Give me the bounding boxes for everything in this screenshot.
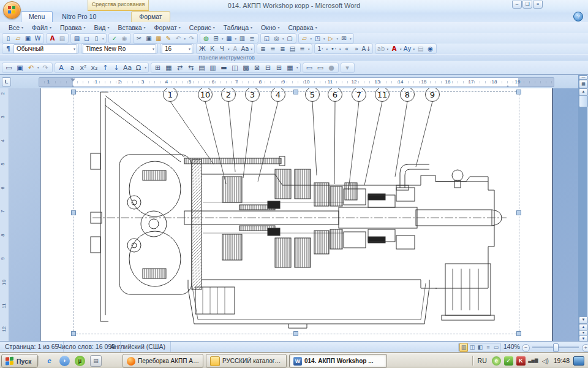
- left-indent-marker[interactable]: [70, 83, 75, 87]
- paste-icon[interactable]: ▦: [154, 34, 164, 42]
- zoom-window-icon[interactable]: ◱: [262, 34, 271, 42]
- canvas-handle-mid-right[interactable]: [516, 210, 521, 215]
- merge-right-icon[interactable]: ⇆: [186, 63, 196, 73]
- clock[interactable]: 19:48: [554, 357, 570, 364]
- screen-layout-2-icon[interactable]: ▭: [315, 63, 326, 73]
- merge-left-icon[interactable]: ⇄: [175, 63, 185, 73]
- canvas-handle-top-left[interactable]: [71, 90, 76, 94]
- close-button[interactable]: ×: [533, 1, 543, 9]
- help-icon[interactable]: ◉: [426, 45, 435, 53]
- move-down-icon[interactable]: ↓: [111, 63, 122, 73]
- align-center-icon[interactable]: ≡: [268, 45, 277, 53]
- align-gallery-icon[interactable]: ≣: [247, 34, 257, 42]
- format-painter-icon[interactable]: ✎: [164, 34, 173, 42]
- canvas-handle-top-right[interactable]: [516, 90, 521, 94]
- table-icon[interactable]: ▦: [225, 34, 234, 42]
- menu-Окно[interactable]: Окно▾: [256, 23, 283, 33]
- utorrent-icon[interactable]: µ: [75, 356, 85, 366]
- kaspersky-tray-icon[interactable]: K: [516, 356, 526, 366]
- distribute-rows-icon[interactable]: ⊟: [263, 63, 273, 73]
- redo-drawing-icon[interactable]: ↷: [40, 63, 51, 73]
- emule-tray-icon[interactable]: e: [492, 356, 501, 366]
- print-pdf-icon[interactable]: ▤: [58, 34, 67, 42]
- spelling-icon[interactable]: ✓: [110, 34, 119, 42]
- antivirus-shield-tray-icon[interactable]: ✓: [504, 356, 513, 366]
- insert-rows-icon[interactable]: ▤: [197, 63, 207, 73]
- cut-icon[interactable]: ✂: [135, 34, 144, 42]
- styles-formatting-icon[interactable]: Ау: [403, 45, 412, 53]
- bold-icon[interactable]: Ж: [198, 45, 207, 53]
- menu-Формат[interactable]: Формат▾: [149, 23, 184, 33]
- taskbar-button-word[interactable]: W014. АКПП Workshop ...: [289, 354, 387, 368]
- italic-icon[interactable]: К: [208, 45, 217, 53]
- shading-icon[interactable]: ●: [326, 63, 337, 73]
- horizontal-ruler[interactable]: 112345678910111213141516171819: [39, 77, 554, 87]
- mail-icon[interactable]: ✉: [339, 34, 349, 42]
- numbered-list-icon[interactable]: 1·: [316, 45, 325, 53]
- split-cells-icon[interactable]: ◫: [230, 63, 240, 73]
- underline-icon[interactable]: Ч: [217, 45, 227, 53]
- redo-icon[interactable]: ↷: [187, 34, 196, 42]
- print-layout-view-button[interactable]: ▥: [459, 343, 468, 352]
- tab-menu[interactable]: Menu: [21, 11, 53, 22]
- grow-font-icon[interactable]: A: [56, 63, 67, 73]
- line-spacing-icon[interactable]: ≡: [298, 45, 307, 53]
- font-combobox[interactable]: Times New Ro▾: [83, 44, 156, 54]
- internet-explorer-icon[interactable]: e: [44, 356, 55, 366]
- insert-symbol-icon[interactable]: Ω: [134, 63, 144, 73]
- align-right-icon[interactable]: ≣: [278, 45, 287, 53]
- print-preview-icon[interactable]: ◻: [82, 34, 91, 42]
- vertical-ruler[interactable]: 23456789101112: [0, 88, 9, 341]
- pdf-export-icon[interactable]: A: [48, 34, 57, 42]
- tab-selector[interactable]: L: [2, 77, 11, 86]
- open-icon[interactable]: ▱: [13, 34, 23, 42]
- drawing-canvas-icon[interactable]: ▭: [4, 63, 14, 73]
- style-combobox[interactable]: Обычный▾: [13, 44, 77, 54]
- draw-table-icon[interactable]: ▦: [164, 63, 174, 73]
- scroll-down-icon[interactable]: ▼: [579, 316, 588, 324]
- insert-table-icon[interactable]: ⊞: [211, 34, 221, 42]
- screen-layout-1-icon[interactable]: ▭: [304, 63, 315, 73]
- canvas-handle-mid-left[interactable]: [71, 210, 76, 215]
- decrease-indent-icon[interactable]: «: [342, 45, 352, 53]
- language-bar[interactable]: RU: [477, 357, 488, 364]
- align-left-icon[interactable]: ≣: [258, 45, 268, 53]
- cell-align-icon[interactable]: ▩: [241, 63, 251, 73]
- copy-icon[interactable]: ▣: [145, 34, 154, 42]
- export-icon[interactable]: ◳: [313, 34, 322, 42]
- subscript-icon[interactable]: x₂: [89, 63, 100, 73]
- font-color-icon[interactable]: А: [390, 45, 399, 53]
- menu-Правка[interactable]: Правка▾: [55, 23, 89, 33]
- zoom-level[interactable]: 140%: [503, 342, 520, 352]
- distribute-columns-icon[interactable]: ⊞: [274, 63, 284, 73]
- undo-drawing-icon[interactable]: ↶: [26, 63, 36, 73]
- document-page[interactable]: 1102345671189: [40, 88, 552, 341]
- undo-icon[interactable]: ↶: [174, 34, 183, 42]
- bullet-list-icon[interactable]: •·: [329, 45, 338, 53]
- menu-Таблица[interactable]: Таблица▾: [219, 23, 256, 33]
- send-icon[interactable]: ▷: [326, 34, 336, 42]
- outline-view-button[interactable]: ≡: [484, 343, 492, 351]
- folder-options-icon[interactable]: ▱: [300, 34, 309, 42]
- signal-tray-icon[interactable]: ▃▅▇: [529, 356, 538, 366]
- drawing-canvas-border[interactable]: [73, 91, 519, 334]
- language-indicator[interactable]: Английский (США): [105, 342, 171, 352]
- move-up-icon[interactable]: ↑: [100, 63, 111, 73]
- highlight-icon[interactable]: ab: [377, 45, 386, 53]
- display-settings-icon[interactable]: [573, 356, 584, 366]
- taskbar-button-folder[interactable]: РУССКИЙ каталог и ма...: [206, 354, 287, 368]
- justify-icon[interactable]: ▤: [288, 45, 297, 53]
- menu-Вставка[interactable]: Вставка▾: [113, 23, 149, 33]
- sort-icon[interactable]: A↓: [362, 45, 371, 53]
- volume-tray-icon[interactable]: ◁): [541, 356, 550, 366]
- new-document-icon[interactable]: ▯: [4, 34, 13, 42]
- toolbar-options-icon[interactable]: ▾: [342, 63, 353, 73]
- superscript-icon[interactable]: x²: [78, 63, 89, 73]
- split-handle[interactable]: —: [579, 75, 588, 80]
- notes-icon[interactable]: ▤: [90, 355, 102, 367]
- columns-icon[interactable]: ▥: [238, 34, 247, 42]
- clear-formatting-icon[interactable]: A: [231, 45, 240, 53]
- tab-nitro-pro[interactable]: Nitro Pro 10: [54, 11, 104, 23]
- restore-button[interactable]: ❏: [522, 1, 532, 9]
- insert-columns-icon[interactable]: ▥: [208, 63, 218, 73]
